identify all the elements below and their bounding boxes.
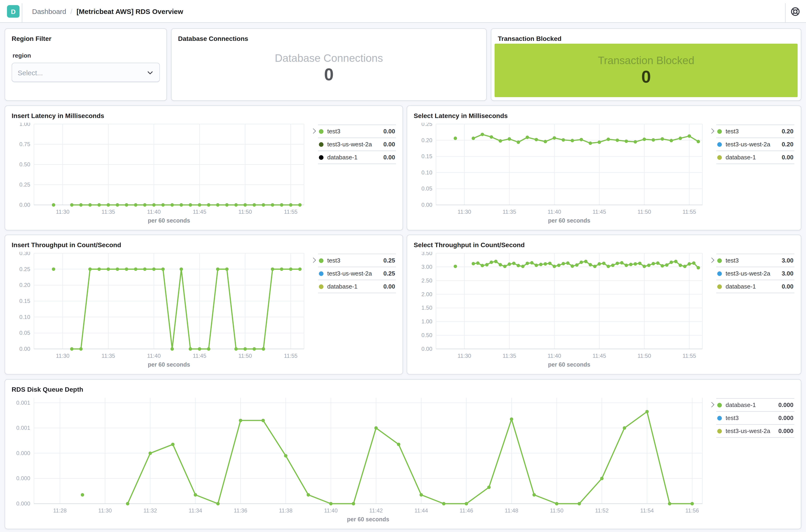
svg-text:11:48: 11:48 (505, 507, 518, 514)
svg-text:11:55: 11:55 (284, 209, 298, 215)
legend-item[interactable]: test30.00 (318, 125, 396, 137)
legend-item[interactable]: database-10.00 (716, 151, 794, 164)
legend-item[interactable]: test3-us-west-2a0.20 (716, 137, 794, 151)
panel-select-latency: Select Latency in Milliseconds 11:3011:3… (407, 106, 801, 230)
series-value: 0.00 (383, 283, 395, 290)
breadcrumb: Dashboard / [Metricbeat AWS] RDS Overvie… (32, 0, 183, 23)
legend-rows: test30.00test3-us-west-2a0.00database-10… (318, 125, 396, 164)
legend-collapse-icon[interactable] (707, 399, 716, 410)
chart-plot[interactable]: 11:3011:3511:4011:4511:5011:551.000.750.… (12, 123, 308, 224)
legend-item[interactable]: test33.00 (716, 254, 794, 267)
svg-text:per 60 seconds: per 60 seconds (548, 361, 590, 368)
breadcrumb-dashboard-link[interactable]: Dashboard (32, 7, 66, 15)
chevron-down-icon (146, 69, 154, 76)
legend-collapse-icon[interactable] (308, 126, 318, 137)
legend-item[interactable]: test30.000 (716, 411, 794, 424)
header-divider (22, 3, 22, 22)
chart-plot[interactable]: 11:3011:3511:4011:4511:5011:550.300.250.… (12, 252, 308, 368)
series-value: 0.000 (779, 428, 793, 434)
series-name: test3 (726, 128, 778, 135)
chart-legend: test30.00test3-us-west-2a0.00database-10… (308, 123, 396, 224)
help-icon[interactable] (790, 6, 801, 17)
legend-item[interactable]: test30.20 (716, 125, 794, 137)
series-color-dot (717, 429, 722, 433)
legend-item[interactable]: database-10.00 (318, 280, 396, 293)
series-name: test3-us-west-2a (726, 270, 778, 277)
series-name: test3-us-west-2a (726, 141, 778, 148)
svg-text:1.00: 1.00 (421, 319, 432, 325)
legend-rows: database-10.000test30.000test3-us-west-2… (716, 398, 794, 438)
svg-text:11:40: 11:40 (324, 507, 337, 514)
svg-text:11:42: 11:42 (369, 507, 383, 514)
svg-text:3.00: 3.00 (421, 264, 432, 270)
svg-text:11:30: 11:30 (457, 209, 471, 215)
series-name: database-1 (327, 283, 379, 290)
series-value: 0.25 (383, 257, 395, 264)
svg-text:0.001: 0.001 (16, 400, 30, 406)
series-value: 0.000 (779, 415, 793, 421)
svg-text:3.50: 3.50 (421, 252, 432, 256)
legend-item[interactable]: test3-us-west-2a0.000 (716, 424, 794, 438)
svg-text:0.25: 0.25 (19, 266, 30, 272)
svg-text:11:34: 11:34 (189, 507, 202, 514)
metric-value: 0 (324, 65, 334, 85)
legend-collapse-icon[interactable] (308, 254, 318, 266)
panel-insert-throughput: Insert Throughput in Count/Second 11:301… (5, 235, 403, 375)
series-value: 0.00 (383, 141, 395, 148)
legend-rows: test33.00test3-us-west-2a3.00database-10… (716, 254, 794, 293)
chart-legend: test30.25test3-us-west-2a0.25database-10… (308, 252, 396, 368)
legend-item[interactable]: test3-us-west-2a0.00 (318, 137, 396, 151)
svg-text:11:35: 11:35 (503, 209, 516, 215)
chart-plot[interactable]: 11:3011:3511:4011:4511:5011:550.250.200.… (414, 123, 707, 224)
chart-plot[interactable]: 11:2811:3011:3211:3411:3611:3811:4011:42… (12, 396, 707, 523)
svg-text:0.75: 0.75 (19, 141, 30, 147)
svg-text:0.00: 0.00 (421, 346, 432, 352)
svg-text:11:32: 11:32 (144, 507, 157, 514)
svg-text:0.10: 0.10 (421, 169, 432, 176)
legend-item[interactable]: database-10.00 (318, 151, 396, 164)
svg-text:0.50: 0.50 (19, 161, 30, 168)
legend-item[interactable]: database-10.00 (716, 280, 794, 293)
series-name: database-1 (726, 283, 778, 290)
panel-title: Transaction Blocked (498, 34, 794, 43)
series-color-dot (319, 155, 323, 159)
metric-label: Transaction Blocked (598, 54, 694, 68)
legend-item[interactable]: database-10.000 (716, 398, 794, 411)
metric: Database Connections 0 (178, 45, 480, 95)
top-navigation-bar: D Dashboard / [Metricbeat AWS] RDS Overv… (0, 0, 806, 23)
breadcrumb-separator: / (71, 7, 72, 15)
chart-plot[interactable]: 11:3011:3511:4011:4511:5011:553.503.002.… (414, 252, 707, 368)
svg-text:11:50: 11:50 (239, 209, 252, 215)
region-select[interactable]: Select... (12, 63, 160, 82)
svg-text:1.50: 1.50 (421, 305, 432, 311)
svg-text:0.00: 0.00 (421, 202, 432, 208)
legend-collapse-icon[interactable] (707, 254, 716, 266)
svg-text:11:55: 11:55 (682, 353, 696, 359)
svg-text:0.05: 0.05 (19, 330, 30, 336)
series-value: 0.00 (782, 154, 793, 161)
svg-text:11:28: 11:28 (53, 507, 67, 514)
series-color-dot (319, 142, 323, 147)
panel-region-filter: Region Filter region Select... (5, 28, 167, 101)
svg-text:11:46: 11:46 (460, 507, 473, 514)
series-color-dot (717, 129, 722, 134)
space-avatar[interactable]: D (7, 5, 20, 18)
legend-item[interactable]: test30.25 (318, 254, 396, 267)
metric-status-background: Transaction Blocked 0 (494, 44, 798, 97)
svg-text:11:40: 11:40 (147, 353, 161, 359)
svg-text:11:35: 11:35 (503, 353, 516, 359)
svg-text:per 60 seconds: per 60 seconds (148, 217, 190, 224)
panel-title: Select Throughput in Count/Second (414, 241, 794, 249)
svg-text:11:54: 11:54 (640, 507, 654, 514)
legend-item[interactable]: test3-us-west-2a0.25 (318, 267, 396, 280)
series-value: 0.00 (782, 283, 793, 290)
legend-item[interactable]: test3-us-west-2a3.00 (716, 267, 794, 280)
metric-value: 0 (641, 67, 651, 87)
region-field-label: region (13, 52, 159, 59)
legend-collapse-icon[interactable] (707, 126, 716, 137)
chart-legend: test30.20test3-us-west-2a0.20database-10… (707, 123, 794, 224)
svg-text:0.50: 0.50 (421, 332, 432, 339)
svg-text:2.00: 2.00 (421, 291, 432, 297)
series-name: database-1 (327, 154, 379, 161)
svg-text:11:36: 11:36 (234, 507, 247, 514)
